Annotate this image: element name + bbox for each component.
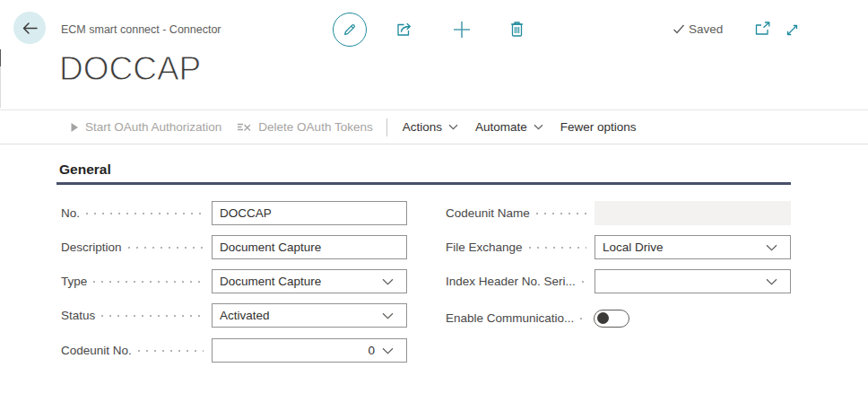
section-divider [56,182,791,185]
back-arrow-icon [22,22,39,35]
actions-label: Actions [403,120,442,134]
field-row-index-header-no-series: Index Header No. Seri... [446,269,791,293]
field-label: Codeunit Name [446,206,530,220]
file-exchange-select[interactable]: Local Drive [595,235,791,259]
new-button[interactable] [452,20,472,39]
field-label: Type [61,275,87,288]
fewer-options-button[interactable]: Fewer options [560,120,637,134]
dotted-leader [93,281,204,283]
window-edge-fragment [0,49,1,66]
field-row-no: No. DOCCAP [61,201,407,225]
index-header-no-series-select[interactable] [595,269,791,293]
field-row-file-exchange: File Exchange Local Drive [446,235,791,259]
field-label: File Exchange [446,240,523,254]
chevron-down-icon[interactable] [382,347,394,354]
trash-icon [508,20,525,39]
delete-oauth-tokens-label: Delete OAuth Tokens [258,120,372,134]
field-row-codeunit-name: Codeunit Name [446,201,791,225]
field-row-type: Type Document Capture [61,269,407,293]
chevron-down-icon[interactable] [766,244,777,251]
chevron-down-icon [448,124,458,130]
enable-communication-toggle[interactable] [594,310,629,328]
chevron-down-icon[interactable] [382,312,394,319]
dotted-leader [580,318,586,319]
chevron-down-icon[interactable] [766,278,777,285]
plus-icon [452,20,472,39]
dotted-leader [101,315,204,317]
check-icon [673,23,685,35]
dotted-leader [582,281,586,283]
action-bar: Start OAuth Authorization Delete OAuth T… [0,109,868,144]
field-label: No. [61,206,80,220]
dotted-leader [86,213,204,214]
field-row-codeunit-no: Codeunit No. 0 [61,338,407,363]
delete-button[interactable] [508,20,525,39]
edit-button[interactable] [333,13,367,47]
expand-icon [785,22,800,38]
chevron-down-icon [534,124,543,130]
chevron-down-icon[interactable] [382,278,394,285]
share-button[interactable] [395,20,415,39]
field-label: Status [61,309,95,322]
field-label: Enable Communicatio... [446,311,574,325]
field-label: Description [61,240,122,254]
section-header-general[interactable]: General [59,162,111,178]
play-icon [70,122,79,133]
dotted-leader [128,247,204,249]
dotted-leader [536,213,586,214]
start-oauth-button[interactable]: Start OAuth Authorization [70,120,221,134]
dotted-leader [138,350,204,352]
type-select[interactable]: Document Capture [212,269,407,293]
open-in-window-button[interactable] [754,22,771,37]
share-icon [395,20,415,39]
breadcrumb-caption[interactable]: ECM smart connect - Connector [61,23,221,36]
pencil-icon [342,22,358,38]
delete-oauth-tokens-button[interactable]: Delete OAuth Tokens [237,120,372,134]
toolbar-separator [386,118,387,136]
actions-menu[interactable]: Actions [403,120,458,134]
automate-label: Automate [475,120,527,134]
field-label: Index Header No. Seri... [446,275,576,288]
fullscreen-button[interactable] [785,22,800,38]
toggle-knob [597,312,609,324]
popout-icon [754,22,771,37]
automate-menu[interactable]: Automate [475,120,543,134]
codeunit-no-select[interactable]: 0 [212,338,407,363]
field-row-status: Status Activated [61,303,407,328]
start-oauth-label: Start OAuth Authorization [85,120,221,134]
delete-tokens-icon [237,121,252,134]
page-title: DOCCAP [59,50,201,88]
no-input[interactable]: DOCCAP [212,201,407,225]
field-row-enable-communication: Enable Communicatio... [446,306,791,330]
save-status-label: Saved [689,22,723,36]
dotted-leader [529,247,586,249]
codeunit-name-input-disabled [595,201,791,225]
fewer-options-label: Fewer options [560,120,637,134]
description-input[interactable]: Document Capture [212,235,407,259]
field-row-description: Description Document Capture [61,235,407,259]
field-label: Codeunit No. [61,344,132,357]
status-select[interactable]: Activated [212,303,407,328]
save-status: Saved [673,22,723,36]
back-button[interactable] [13,12,46,44]
window-edge-fragment-light [0,66,1,108]
